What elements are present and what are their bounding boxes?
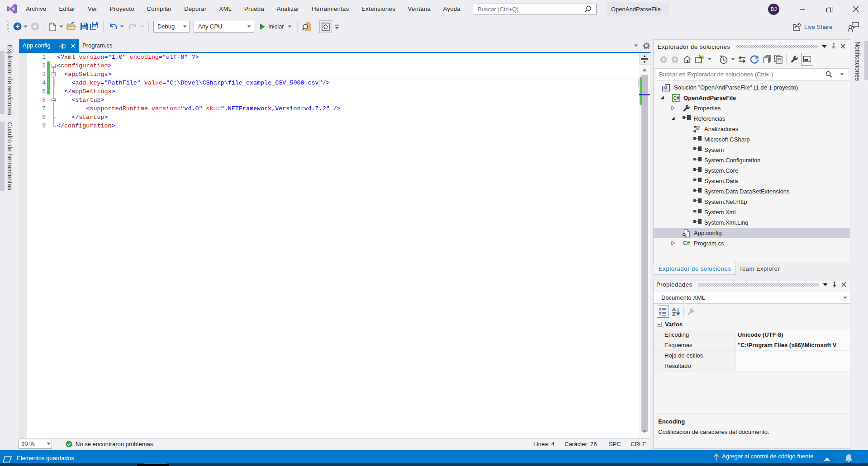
svg-text:C#: C# — [674, 96, 679, 101]
svg-text:C#: C# — [683, 240, 690, 246]
